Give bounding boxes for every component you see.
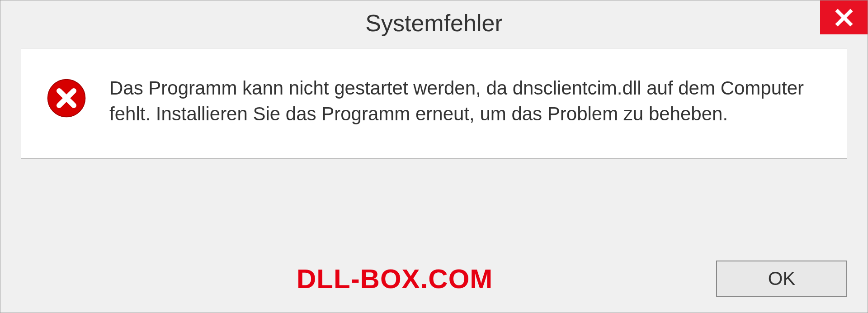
close-button[interactable] xyxy=(820,0,868,34)
ok-button[interactable]: OK xyxy=(716,261,847,297)
dialog-footer: DLL-BOX.COM OK xyxy=(0,245,868,313)
dialog-title: Systemfehler xyxy=(365,9,502,37)
error-message: Das Programm kann nicht gestartet werden… xyxy=(109,76,822,127)
content-box: Das Programm kann nicht gestartet werden… xyxy=(21,48,847,159)
error-icon xyxy=(46,78,87,119)
close-icon xyxy=(835,8,854,27)
watermark-text: DLL-BOX.COM xyxy=(297,263,493,294)
titlebar: Systemfehler xyxy=(0,0,868,48)
error-dialog: Systemfehler Das Programm kann nicht ges… xyxy=(0,0,868,313)
